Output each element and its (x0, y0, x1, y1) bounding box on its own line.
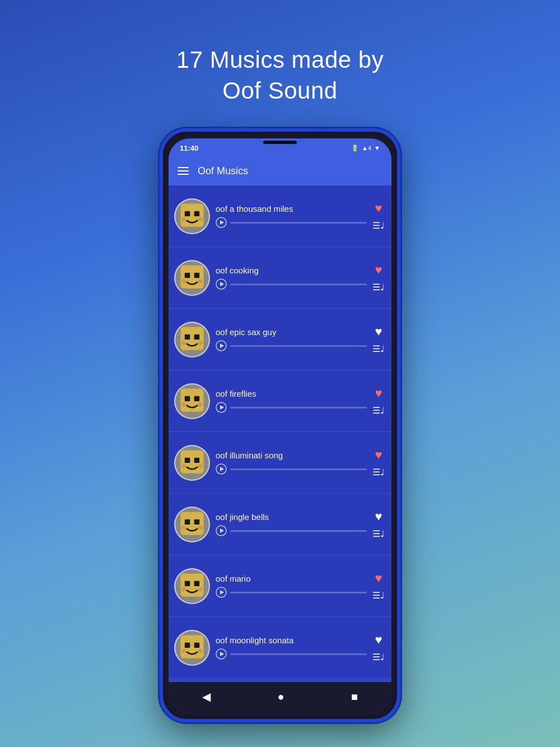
svg-marker-23 (220, 344, 224, 348)
progress-bar-3 (230, 345, 367, 347)
play-button-6[interactable] (216, 525, 227, 536)
song-avatar-2 (174, 260, 210, 296)
svg-marker-47 (220, 528, 224, 533)
progress-bar-1 (230, 222, 367, 224)
heart-button-2[interactable]: ♥ (375, 263, 382, 277)
progress-bar-4 (230, 407, 367, 409)
song-avatar-7 (174, 568, 210, 604)
song-actions-7: ♥ ☰♩ (372, 571, 385, 601)
play-button-2[interactable] (216, 279, 227, 290)
svg-marker-15 (220, 282, 224, 286)
song-title-4: oof fireflies (216, 389, 367, 398)
home-button[interactable]: ● (268, 688, 293, 706)
queue-button-6[interactable]: ☰♩ (372, 528, 385, 539)
heart-button-8[interactable]: ♥ (375, 633, 382, 647)
queue-button-3[interactable]: ☰♩ (372, 344, 385, 354)
progress-bar-5 (230, 468, 367, 470)
heart-button-4[interactable]: ♥ (375, 386, 382, 401)
play-button-8[interactable] (216, 648, 227, 660)
queue-button-4[interactable]: ☰♩ (372, 405, 385, 416)
song-item-2[interactable]: oof cooking ♥ ☰♩ (169, 247, 391, 309)
svg-point-20 (181, 341, 186, 345)
header-title: 17 Musics made by Oof Sound (176, 47, 384, 104)
song-item-6[interactable]: oof jingle bells ♥ ☰♩ (169, 494, 391, 555)
progress-bar-7 (230, 592, 367, 593)
back-button[interactable]: ◀ (193, 688, 220, 706)
svg-rect-2 (185, 211, 190, 216)
song-info-8: oof moonlight sonata (216, 635, 367, 660)
song-item-8[interactable]: oof moonlight sonata ♥ ☰♩ (169, 617, 391, 679)
song-item-3[interactable]: oof epic sax guy ♥ ☰♩ (169, 309, 391, 370)
svg-point-36 (181, 464, 186, 468)
play-button-5[interactable] (216, 463, 227, 475)
song-item-1[interactable]: oof a thousand miles ♥ ☰♩ (169, 185, 391, 247)
svg-rect-1 (180, 203, 203, 226)
heart-button-1[interactable]: ♥ (375, 201, 382, 216)
svg-rect-9 (180, 265, 203, 288)
svg-point-29 (198, 402, 203, 407)
svg-rect-10 (185, 272, 190, 277)
song-avatar-1 (174, 198, 210, 234)
svg-rect-57 (180, 635, 203, 658)
svg-rect-58 (185, 642, 190, 647)
svg-point-4 (181, 217, 186, 222)
song-info-5: oof illuminati song (216, 451, 367, 475)
menu-button[interactable] (178, 167, 189, 175)
song-controls-8 (216, 648, 367, 660)
svg-point-52 (181, 587, 186, 592)
song-title-8: oof moonlight sonata (216, 635, 367, 645)
queue-button-2[interactable]: ☰♩ (372, 282, 385, 293)
bottom-nav: ◀ ● ■ (169, 682, 391, 713)
svg-point-53 (198, 587, 203, 592)
heart-button-5[interactable]: ♥ (375, 448, 382, 462)
heart-button-7[interactable]: ♥ (375, 571, 382, 586)
status-icons: 🔋 ▲4 ▼ (351, 145, 380, 152)
svg-rect-25 (180, 388, 203, 411)
svg-rect-3 (194, 211, 199, 216)
song-title-5: oof illuminati song (216, 451, 367, 460)
song-avatar-8 (174, 630, 210, 666)
song-item-5[interactable]: oof illuminati song ♥ ☰♩ (169, 432, 391, 494)
svg-rect-59 (194, 642, 199, 647)
song-info-1: oof a thousand miles (216, 204, 367, 228)
svg-rect-11 (194, 272, 199, 277)
heart-button-6[interactable]: ♥ (375, 509, 382, 524)
song-actions-5: ♥ ☰♩ (372, 448, 385, 477)
song-actions-8: ♥ ☰♩ (372, 633, 385, 662)
song-avatar-6 (174, 507, 210, 542)
queue-button-7[interactable]: ☰♩ (372, 590, 385, 601)
song-item-7[interactable]: oof mario ♥ ☰♩ (169, 555, 391, 617)
song-item-4[interactable]: oof fireflies ♥ ☰♩ (169, 370, 391, 432)
song-controls-5 (216, 463, 367, 475)
svg-rect-42 (185, 519, 190, 524)
song-info-4: oof fireflies (216, 389, 367, 413)
svg-rect-17 (180, 327, 203, 350)
song-info-6: oof jingle bells (216, 512, 367, 536)
svg-point-5 (198, 217, 203, 222)
play-button-4[interactable] (216, 402, 227, 413)
svg-point-21 (198, 341, 203, 345)
song-title-1: oof a thousand miles (216, 204, 367, 214)
phone-screen: 11:40 🔋 ▲4 ▼ Oof Musics (169, 138, 391, 713)
svg-rect-41 (180, 512, 203, 535)
svg-marker-7 (220, 220, 224, 225)
svg-rect-43 (194, 519, 199, 524)
svg-rect-51 (194, 581, 199, 586)
song-actions-2: ♥ ☰♩ (372, 263, 385, 293)
svg-marker-55 (220, 590, 224, 595)
queue-button-8[interactable]: ☰♩ (372, 652, 385, 662)
song-actions-6: ♥ ☰♩ (372, 509, 385, 539)
signal-icon: ▲4 (362, 145, 371, 151)
play-button-7[interactable] (216, 587, 227, 598)
play-button-1[interactable] (216, 217, 227, 228)
heart-button-3[interactable]: ♥ (375, 324, 382, 339)
song-info-3: oof epic sax guy (216, 327, 367, 351)
progress-bar-6 (230, 530, 367, 532)
song-actions-4: ♥ ☰♩ (372, 386, 385, 416)
svg-rect-27 (194, 396, 199, 401)
queue-button-1[interactable]: ☰♩ (372, 220, 385, 231)
recent-button[interactable]: ■ (342, 688, 367, 706)
queue-button-5[interactable]: ☰♩ (372, 467, 385, 477)
svg-point-60 (181, 649, 186, 653)
play-button-3[interactable] (216, 340, 227, 351)
